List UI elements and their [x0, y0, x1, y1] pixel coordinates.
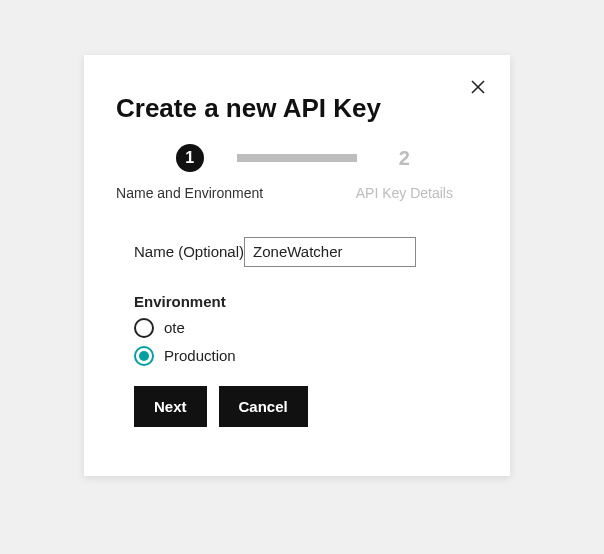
modal-title: Create a new API Key: [116, 93, 484, 124]
name-label: Name (Optional): [134, 243, 244, 260]
name-input[interactable]: [244, 237, 416, 267]
step-1-label: Name and Environment: [116, 184, 263, 203]
step-2: 2 API Key Details: [325, 144, 484, 203]
environment-option-ote[interactable]: ote: [134, 318, 484, 338]
environment-label: Environment: [134, 293, 484, 310]
create-api-key-modal: Create a new API Key 1 Name and Environm…: [84, 55, 510, 476]
name-field-row: Name (Optional): [134, 237, 484, 267]
radio-icon: [134, 346, 154, 366]
next-button[interactable]: Next: [134, 386, 207, 427]
close-icon: [469, 78, 487, 96]
close-button[interactable]: [466, 75, 490, 99]
radio-label: Production: [164, 347, 236, 364]
radio-icon: [134, 318, 154, 338]
form: Name (Optional) Environment ote Producti…: [110, 237, 484, 427]
radio-label: ote: [164, 319, 185, 336]
button-row: Next Cancel: [134, 386, 484, 427]
environment-option-production[interactable]: Production: [134, 346, 484, 366]
cancel-button[interactable]: Cancel: [219, 386, 308, 427]
stepper: 1 Name and Environment 2 API Key Details: [110, 144, 484, 203]
step-1-number: 1: [176, 144, 204, 172]
step-2-number: 2: [390, 144, 418, 172]
environment-section: Environment ote Production: [134, 293, 484, 366]
step-2-label: API Key Details: [356, 184, 453, 203]
step-1: 1 Name and Environment: [110, 144, 269, 203]
